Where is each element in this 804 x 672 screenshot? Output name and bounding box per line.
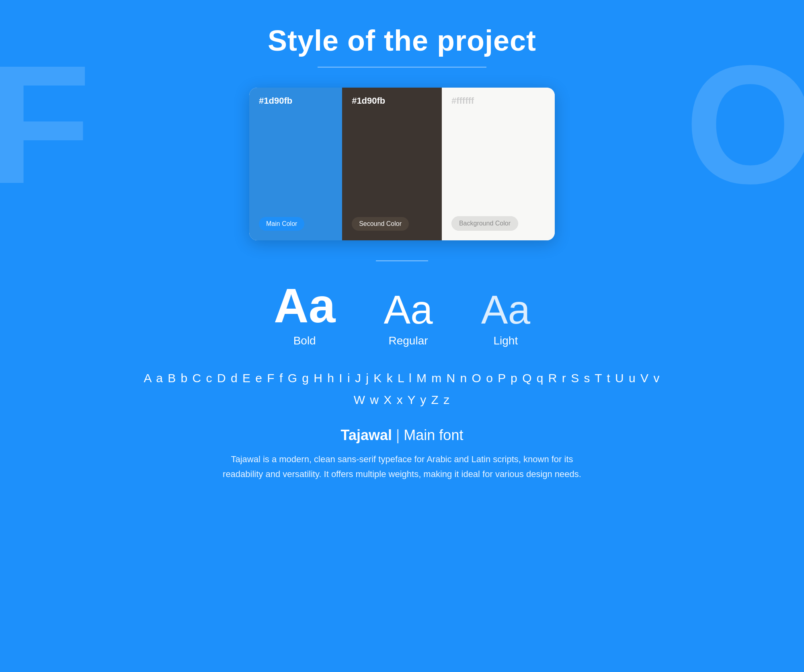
- font-weights-row: Aa Bold Aa Regular Aa Light: [274, 281, 530, 347]
- alphabet-section: A a B b C c D d E e F f G g H h I i J j …: [144, 367, 660, 411]
- font-info-title: Tajawal|Main font: [221, 427, 583, 444]
- swatch-main-label: Main Color: [259, 217, 304, 231]
- swatch-bg-label: Background Color: [451, 216, 518, 231]
- font-regular-item: Aa Regular: [384, 289, 433, 347]
- font-subtitle: Main font: [404, 427, 463, 443]
- title-divider: [318, 67, 486, 68]
- font-bold-label: Bold: [293, 334, 316, 347]
- swatch-bg-hex: #ffffff: [451, 96, 545, 106]
- color-swatches-container: #1d90fb Main Color #1d90fb Secound Color…: [249, 88, 555, 240]
- alphabet-line1: A a B b C c D d E e F f G g H h I i J j …: [144, 367, 660, 389]
- swatch-main: #1d90fb Main Color: [249, 88, 342, 240]
- swatch-bg: #ffffff Background Color: [442, 88, 555, 240]
- font-bold-item: Aa Bold: [274, 281, 335, 347]
- font-divider: |: [396, 427, 400, 443]
- font-description: Tajawal is a modern, clean sans-serif ty…: [221, 452, 583, 482]
- font-regular-sample: Aa: [384, 289, 433, 330]
- font-info-section: Tajawal|Main font Tajawal is a modern, c…: [221, 427, 583, 482]
- alphabet-line2: W w X x Y y Z z: [144, 389, 660, 411]
- page-title: Style of the project: [268, 24, 536, 57]
- font-light-label: Light: [494, 334, 518, 347]
- section-divider: [376, 260, 428, 261]
- swatch-second: #1d90fb Secound Color: [342, 88, 442, 240]
- swatch-main-hex: #1d90fb: [259, 96, 332, 106]
- swatch-second-label: Secound Color: [352, 217, 409, 231]
- swatch-second-hex: #1d90fb: [352, 96, 432, 106]
- font-light-item: Aa Light: [481, 289, 530, 347]
- font-bold-sample: Aa: [274, 281, 335, 330]
- font-regular-label: Regular: [389, 334, 428, 347]
- typography-section: Aa Bold Aa Regular Aa Light: [0, 281, 804, 355]
- page-wrapper: Style of the project #1d90fb Main Color …: [0, 0, 804, 672]
- font-light-sample: Aa: [481, 289, 530, 330]
- font-name-bold: Tajawal: [341, 427, 392, 443]
